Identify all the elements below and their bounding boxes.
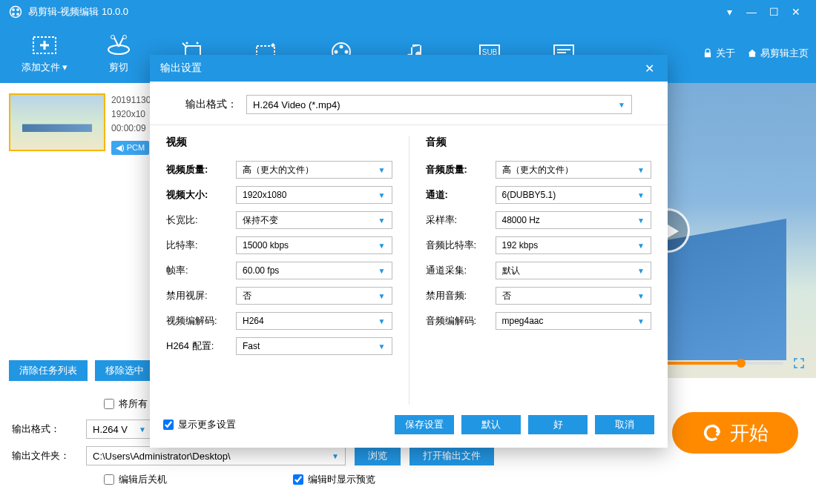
scissors-icon <box>107 35 131 56</box>
output-settings-dialog: 输出设置 ✕ 输出格式： H.264 Video (*.mp4)▼ 视频 视频质… <box>150 55 668 448</box>
output-format-select[interactable]: H.264 V▼ <box>86 420 153 439</box>
svg-point-1 <box>12 8 15 11</box>
svg-point-7 <box>111 36 115 39</box>
output-folder-label: 输出文件夹： <box>12 449 86 462</box>
cancel-button[interactable]: 取消 <box>595 415 654 434</box>
dialog-close-button[interactable]: ✕ <box>641 62 657 76</box>
audio-quality-select[interactable]: 高（更大的文件）▼ <box>496 161 652 179</box>
svg-point-3 <box>12 13 15 16</box>
cut-label: 剪切 <box>109 62 128 73</box>
output-folder-select[interactable]: C:\Users\Administrator\Desktop\▼ <box>86 446 346 465</box>
dialog-format-select[interactable]: H.264 Video (*.mp4)▼ <box>246 95 632 114</box>
start-button[interactable]: 开始 <box>672 412 798 454</box>
save-settings-button[interactable]: 保存设置 <box>395 415 454 434</box>
audio-codec-badge: ◀) PCM <box>111 141 149 156</box>
ok-button[interactable]: 好 <box>528 415 588 434</box>
disable-video-select[interactable]: 否▼ <box>236 287 392 305</box>
video-quality-select[interactable]: 高（更大的文件）▼ <box>236 161 392 179</box>
add-file-label: 添加文件 <box>22 62 60 73</box>
home-icon <box>747 48 757 59</box>
close-window-button[interactable]: ✕ <box>785 6 807 18</box>
remove-selected-button[interactable]: 移除选中 <box>95 360 154 381</box>
app-title: 易剪辑-视频编辑 10.0.0 <box>28 5 128 19</box>
add-file-button[interactable]: 添加文件 ▾ <box>7 33 82 74</box>
audio-bitrate-select[interactable]: 192 kbps▼ <box>496 236 652 254</box>
aspect-ratio-select[interactable]: 保持不变▼ <box>236 211 392 229</box>
clip-meta: 20191130 1920x10 00:00:09 ◀) PCM <box>111 93 151 155</box>
channel-capture-select[interactable]: 默认▼ <box>496 262 652 279</box>
h264-preset-select[interactable]: Fast▼ <box>236 337 392 355</box>
fps-select[interactable]: 60.00 fps▼ <box>236 262 392 279</box>
video-codec-select[interactable]: H264▼ <box>236 312 392 330</box>
show-more-checkbox[interactable] <box>163 420 174 430</box>
open-output-button[interactable]: 打开输出文件 <box>409 446 494 465</box>
home-link[interactable]: 易剪辑主页 <box>747 47 809 60</box>
output-format-label: 输出格式： <box>12 422 86 436</box>
video-size-select[interactable]: 1920x1080▼ <box>236 186 392 204</box>
channels-select[interactable]: 6(DUBBY5.1)▼ <box>496 186 652 204</box>
dialog-format-label: 输出格式： <box>185 98 237 111</box>
dropdown-window-button[interactable]: ▾ <box>718 6 740 18</box>
filmstrip-add-icon <box>33 35 56 56</box>
video-column: 视频 视频质量:高（更大的文件）▼ 视频大小:1920x1080▼ 长宽比:保持… <box>150 136 409 405</box>
minimize-button[interactable]: — <box>740 6 763 18</box>
svg-point-10 <box>186 42 188 44</box>
chevron-down-icon: ▾ <box>62 62 68 73</box>
browse-button[interactable]: 浏览 <box>355 446 401 465</box>
default-button[interactable]: 默认 <box>461 415 521 434</box>
video-bitrate-select[interactable]: 15000 kbps▼ <box>236 236 392 254</box>
about-link[interactable]: 关于 <box>703 47 735 60</box>
audio-column: 音频 音频质量:高（更大的文件）▼ 通道:6(DUBBY5.1)▼ 采样率:48… <box>409 136 668 405</box>
audio-codec-select[interactable]: mpeg4aac▼ <box>496 312 652 330</box>
clip-thumbnail <box>9 93 105 151</box>
svg-point-8 <box>123 36 127 39</box>
svg-point-2 <box>16 8 19 11</box>
maximize-button[interactable]: ☐ <box>763 6 785 18</box>
fullscreen-icon[interactable] <box>792 357 806 370</box>
sample-rate-select[interactable]: 48000 Hz▼ <box>496 211 652 229</box>
refresh-icon <box>702 422 723 443</box>
shutdown-checkbox[interactable] <box>104 474 114 485</box>
svg-point-11 <box>197 42 199 44</box>
svg-point-4 <box>16 13 19 16</box>
app-logo-icon <box>9 5 22 19</box>
titlebar: 易剪辑-视频编辑 10.0.0 ▾ — ☐ ✕ <box>0 0 816 24</box>
dialog-title: 输出设置 <box>160 62 202 75</box>
audio-heading: 音频 <box>426 136 652 149</box>
lock-icon <box>703 48 713 59</box>
svg-point-0 <box>10 7 22 18</box>
cut-button[interactable]: 剪切 <box>82 33 156 74</box>
preview-checkbox[interactable] <box>293 474 303 485</box>
svg-point-15 <box>335 50 338 54</box>
video-heading: 视频 <box>166 136 392 149</box>
disable-audio-select[interactable]: 否▼ <box>496 287 652 305</box>
svg-point-14 <box>340 45 343 49</box>
svg-point-16 <box>345 50 349 54</box>
merge-all-checkbox[interactable] <box>104 399 114 409</box>
clear-list-button[interactable]: 清除任务列表 <box>9 360 88 381</box>
